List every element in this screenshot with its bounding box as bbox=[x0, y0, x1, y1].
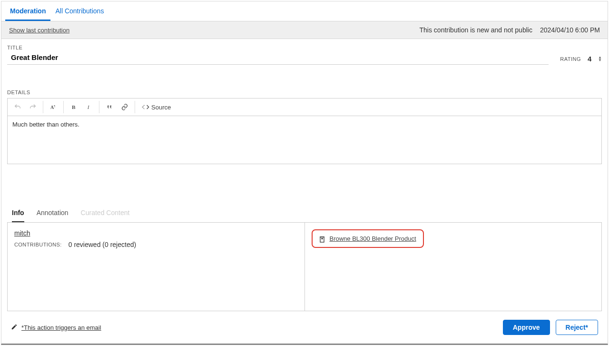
contributions-label: CONTRIBUTIONS: bbox=[14, 242, 62, 247]
blockquote-icon[interactable] bbox=[102, 100, 117, 114]
undo-icon[interactable] bbox=[10, 100, 25, 114]
tab-curated-content: Curated Content bbox=[81, 205, 130, 222]
svg-rect-4 bbox=[320, 237, 324, 242]
contributions-row: CONTRIBUTIONS: 0 reviewed (0 rejected) bbox=[14, 241, 298, 248]
source-button[interactable]: Source bbox=[138, 100, 175, 114]
status-text: This contribution is new and not public bbox=[420, 26, 532, 34]
rating-label: RATING bbox=[560, 56, 581, 62]
contributions-value: 0 reviewed (0 rejected) bbox=[69, 241, 136, 248]
top-tabs: Moderation All Contributions bbox=[1, 1, 608, 21]
details-block: DETAILS A¶ B bbox=[7, 89, 602, 164]
title-label: TITLE bbox=[7, 45, 549, 50]
info-right: Browne BL300 Blender Product bbox=[305, 223, 602, 311]
editor-toolbar: A¶ B I bbox=[8, 98, 601, 116]
svg-text:I: I bbox=[87, 104, 90, 110]
bold-icon[interactable]: B bbox=[67, 100, 81, 114]
pencil-icon bbox=[11, 324, 18, 332]
rating-down-icon[interactable]: ▼ bbox=[598, 59, 602, 62]
info-panel: mitch CONTRIBUTIONS: 0 reviewed (0 rejec… bbox=[7, 223, 602, 311]
rating-value[interactable]: 4 bbox=[586, 55, 593, 63]
svg-text:¶: ¶ bbox=[54, 105, 55, 108]
email-footnote[interactable]: *This action triggers an email bbox=[21, 324, 101, 331]
rating-field: RATING 4 ▲ ▼ bbox=[560, 55, 602, 65]
source-label: Source bbox=[151, 104, 171, 111]
toolbar-separator bbox=[63, 101, 64, 113]
status-timestamp: 2024/04/10 6:00 PM bbox=[540, 26, 600, 34]
tab-info[interactable]: Info bbox=[12, 205, 24, 222]
tab-annotation[interactable]: Annotation bbox=[37, 205, 69, 222]
title-field: TITLE bbox=[7, 45, 549, 65]
svg-rect-6 bbox=[321, 238, 323, 239]
form-area: TITLE RATING 4 ▲ ▼ DETAILS bbox=[1, 39, 608, 223]
toolbar-separator bbox=[99, 101, 99, 113]
reject-button[interactable]: Reject* bbox=[556, 320, 598, 335]
tab-moderation[interactable]: Moderation bbox=[5, 1, 50, 21]
toolbar-separator bbox=[135, 101, 135, 113]
title-row: TITLE RATING 4 ▲ ▼ bbox=[7, 45, 602, 65]
footer-right: Approve Reject* bbox=[503, 320, 598, 335]
link-icon[interactable] bbox=[118, 100, 132, 114]
details-textarea[interactable]: Much better than others. bbox=[8, 116, 601, 164]
rich-text-editor: A¶ B I bbox=[7, 98, 602, 164]
product-icon bbox=[319, 236, 325, 242]
footer-left: *This action triggers an email bbox=[11, 324, 101, 332]
lower-tabs: Info Annotation Curated Content bbox=[7, 205, 602, 223]
heading-icon[interactable]: A¶ bbox=[46, 100, 60, 114]
italic-icon[interactable]: I bbox=[82, 100, 96, 114]
status-right: This contribution is new and not public … bbox=[420, 26, 600, 34]
user-link[interactable]: mitch bbox=[14, 229, 30, 237]
moderation-frame: Moderation All Contributions Show last c… bbox=[1, 1, 608, 345]
status-bar: Show last contribution This contribution… bbox=[1, 21, 608, 39]
details-label: DETAILS bbox=[7, 89, 602, 95]
tab-all-contributions[interactable]: All Contributions bbox=[50, 1, 108, 21]
toolbar-separator bbox=[43, 101, 43, 113]
approve-button[interactable]: Approve bbox=[503, 320, 550, 335]
product-highlight: Browne BL300 Blender Product bbox=[312, 229, 424, 248]
info-left: mitch CONTRIBUTIONS: 0 reviewed (0 rejec… bbox=[8, 223, 305, 311]
title-input[interactable] bbox=[7, 50, 549, 65]
redo-icon[interactable] bbox=[26, 100, 40, 114]
rating-stepper: ▲ ▼ bbox=[598, 56, 602, 62]
show-last-contribution-link[interactable]: Show last contribution bbox=[9, 27, 69, 34]
product-link[interactable]: Browne BL300 Blender Product bbox=[330, 235, 416, 242]
footer: *This action triggers an email Approve R… bbox=[1, 311, 608, 344]
svg-text:B: B bbox=[72, 104, 76, 110]
